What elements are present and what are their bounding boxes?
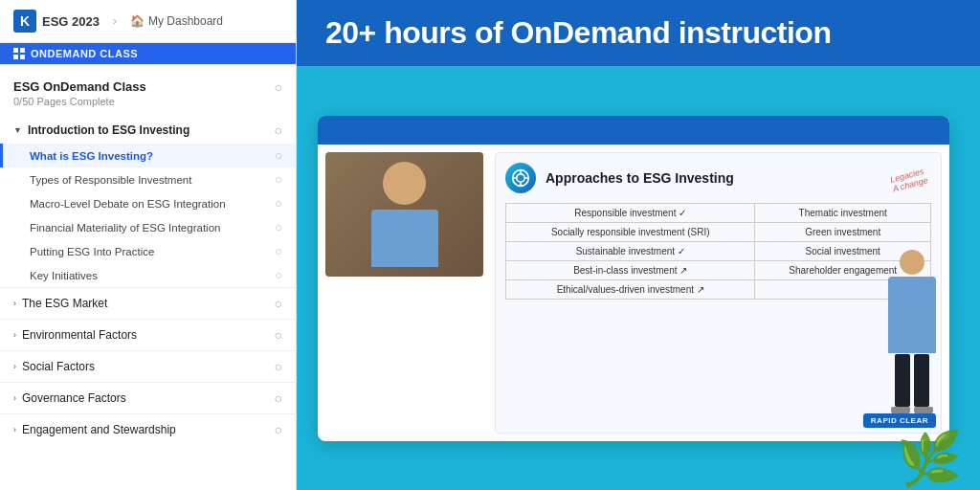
section-check-icon: ○ (275, 390, 282, 406)
instructor-body (371, 210, 438, 267)
ondemand-label: ONDEMAND CLASS (31, 48, 138, 59)
table-row: Best-in-class investment ↗ Shareholder e… (506, 260, 931, 279)
figure-leg-left (895, 354, 910, 407)
banner-title: 20+ hours of OnDemand instruction (325, 15, 831, 51)
person-figure (879, 250, 946, 441)
section-label-intro: Introduction to ESG Investing (28, 123, 189, 137)
item-label: Financial Materiality of ESG Integration (30, 222, 220, 234)
slide-header: Approaches to ESG Investing (505, 163, 931, 193)
item-label: Key Initiatives (30, 270, 98, 281)
list-item[interactable]: Types of Responsible Investment ○ (0, 167, 296, 191)
list-item[interactable]: Financial Materiality of ESG Integration… (0, 215, 296, 239)
section-intro: ▼ Introduction to ESG Investing ○ What i… (0, 117, 296, 287)
section-governance[interactable]: › Governance Factors ○ (0, 382, 296, 413)
item-label: Macro-Level Debate on ESG Integration (30, 198, 226, 210)
table-cell: Green investment (755, 222, 931, 241)
course-check-icon: ○ (275, 79, 282, 95)
grid-icon (13, 48, 25, 59)
chevron-right-icon: › (13, 393, 16, 403)
figure-feet (879, 407, 946, 413)
section-social[interactable]: › Social Factors ○ (0, 350, 296, 382)
list-item[interactable]: Macro-Level Debate on ESG Integration ○ (0, 191, 296, 215)
section-label-market: The ESG Market (22, 297, 107, 310)
item-check-icon: ○ (275, 220, 282, 234)
figure-foot-left (891, 407, 910, 413)
section-label-engagement: Engagement and Stewardship (22, 423, 176, 436)
section-environmental[interactable]: › Environmental Factors ○ (0, 319, 296, 350)
table-cell: Best-in-class investment ↗ (506, 260, 755, 279)
chevron-right-icon: › (13, 299, 16, 308)
home-icon: 🏠 (130, 14, 145, 28)
section-check-icon: ○ (275, 359, 282, 374)
item-label: Putting ESG Into Practice (30, 246, 154, 257)
figure-head (900, 250, 924, 275)
item-check-icon: ○ (275, 268, 282, 282)
section-label-social: Social Factors (22, 360, 95, 373)
table-cell: Ethical/values-driven investment ↗ (506, 279, 755, 299)
table-row: Responsible investment ✓ Thematic invest… (506, 203, 931, 222)
figure-body (888, 277, 936, 353)
dashboard-link[interactable]: 🏠 My Dashboard (130, 14, 223, 28)
list-item[interactable]: Key Initiatives ○ (0, 263, 296, 287)
table-row: Sustainable investment ✓ Social investme… (506, 241, 931, 260)
section-items-intro: What is ESG Investing? ○ Types of Respon… (0, 144, 296, 287)
slide-area: Approaches to ESG Investing Responsible … (495, 152, 942, 434)
section-label-environmental: Environmental Factors (22, 328, 137, 342)
sidebar-logo: K ESG 2023 (13, 10, 100, 33)
instructor-head (383, 162, 426, 205)
slide-icon (505, 163, 536, 193)
chevron-right-icon: › (13, 425, 16, 434)
slide-table: Responsible investment ✓ Thematic invest… (505, 203, 931, 300)
item-label: Types of Responsible Investment (30, 174, 191, 186)
dashboard-label: My Dashboard (148, 14, 223, 28)
section-market[interactable]: › The ESG Market ○ (0, 287, 296, 319)
item-check-icon: ○ (275, 172, 282, 187)
video-container[interactable]: ESG Investing (318, 116, 949, 441)
product-name: ESG 2023 (42, 14, 100, 29)
table-cell: Responsible investment ✓ (506, 203, 755, 222)
section-header-intro[interactable]: ▼ Introduction to ESG Investing ○ (0, 117, 296, 144)
figure-foot-right (914, 407, 933, 413)
list-item[interactable]: What is ESG Investing? ○ (0, 144, 296, 167)
table-row: Socially responsible investment (SRI) Gr… (506, 222, 931, 241)
slide-title: Approaches to ESG Investing (546, 170, 734, 186)
video-top-bar (318, 116, 949, 145)
progress-text: 0/50 Pages Complete (13, 96, 146, 107)
section-engagement[interactable]: › Engagement and Stewardship ○ (0, 413, 296, 445)
item-check-icon: ○ (275, 148, 282, 163)
course-title-section: ESG OnDemand Class 0/50 Pages Complete ○ (0, 74, 296, 111)
item-check-icon: ○ (275, 244, 282, 258)
svg-point-1 (517, 173, 524, 181)
table-cell: Thematic investment (755, 203, 931, 222)
section-check-icon: ○ (275, 422, 282, 437)
course-title: ESG OnDemand Class (13, 79, 146, 94)
section-check-icon: ○ (275, 122, 282, 138)
watermark: RAPID CLEAR (863, 413, 936, 428)
section-check-icon: ○ (275, 327, 282, 343)
figure-legs (879, 354, 946, 407)
table-cell: Socially responsible investment (SRI) (506, 222, 755, 241)
chevron-right-icon: › (13, 330, 16, 340)
table-row: Ethical/values-driven investment ↗ (506, 279, 931, 299)
table-cell: Sustainable investment ✓ (506, 241, 755, 260)
top-banner: 20+ hours of OnDemand instruction (297, 0, 980, 66)
leaf-decoration: 🌿 (897, 433, 963, 485)
instructor-video (325, 152, 483, 277)
sidebar-header: K ESG 2023 › 🏠 My Dashboard (0, 0, 296, 43)
list-item[interactable]: Putting ESG Into Practice ○ (0, 239, 296, 263)
video-body: Approaches to ESG Investing Responsible … (318, 145, 949, 441)
video-area: ESG Investing (297, 66, 980, 490)
sidebar-content: ESG OnDemand Class 0/50 Pages Complete ○… (0, 64, 296, 490)
chevron-down-icon: ▼ (13, 125, 22, 135)
logo-icon: K (13, 10, 36, 33)
section-label-governance: Governance Factors (22, 391, 126, 405)
breadcrumb-separator: › (113, 14, 117, 28)
item-check-icon: ○ (275, 196, 282, 211)
ondemand-bar: ONDEMAND CLASS (0, 43, 296, 64)
item-label: What is ESG Investing? (30, 150, 153, 162)
figure-leg-right (914, 354, 929, 407)
section-check-icon: ○ (275, 296, 282, 311)
chevron-right-icon: › (13, 362, 16, 371)
main-content: 20+ hours of OnDemand instruction ESG In… (297, 0, 980, 490)
sidebar: K ESG 2023 › 🏠 My Dashboard ONDEMAND CLA… (0, 0, 297, 490)
